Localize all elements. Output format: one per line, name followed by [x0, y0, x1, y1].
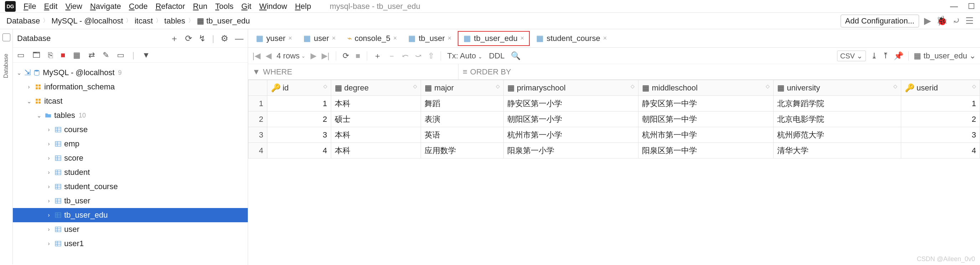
add-row-icon[interactable]: ＋ — [374, 51, 382, 61]
tree-table-student_course[interactable]: ›student_course — [13, 179, 248, 194]
upload-icon[interactable]: ⇧ — [428, 51, 434, 60]
cell-primaryschool[interactable]: 朝阳区第一小学 — [503, 111, 638, 127]
cell-degree[interactable]: 本科 — [331, 96, 421, 111]
cell-middleschool[interactable]: 朝阳区第一中学 — [638, 111, 773, 127]
menu-run[interactable]: Run — [193, 2, 207, 11]
tree-table-tb_user_edu[interactable]: ›tb_user_edu — [13, 208, 248, 222]
tab-console_5[interactable]: ⌁console_5× — [342, 32, 402, 45]
import-icon[interactable]: ⤒ — [882, 51, 889, 60]
next-page-icon[interactable]: ▶ — [310, 51, 317, 60]
breadcrumb-2[interactable]: itcast — [134, 16, 153, 25]
menu-help[interactable]: Help — [295, 2, 311, 11]
cell-primaryschool[interactable]: 杭州市第一小学 — [503, 127, 638, 143]
refresh-icon[interactable]: ⟳ — [185, 33, 192, 43]
tx-mode[interactable]: Tx: Auto ⌄ — [447, 51, 483, 60]
cell-userid[interactable]: 4 — [901, 143, 980, 159]
close-tab-icon[interactable]: × — [603, 35, 607, 42]
submit-icon[interactable]: ⤻ — [415, 51, 422, 60]
search-icon[interactable]: 🔍 — [511, 51, 520, 60]
diff-icon[interactable]: ⇄ — [88, 51, 95, 60]
cell-major[interactable]: 表演 — [421, 111, 504, 127]
cell-university[interactable]: 杭州师范大学 — [773, 127, 901, 143]
commit-icon[interactable]: ■ — [355, 51, 360, 60]
cell-primaryschool[interactable]: 静安区第一小学 — [503, 96, 638, 111]
tab-tb_user_edu[interactable]: ▦tb_user_edu× — [458, 31, 530, 46]
database-stripe-icon[interactable] — [3, 33, 10, 41]
last-page-icon[interactable]: ▶| — [321, 51, 330, 60]
cell-university[interactable]: 北京电影学院 — [773, 111, 901, 127]
run-button[interactable]: ▶ — [924, 15, 931, 26]
stop-button[interactable]: ⤾ — [953, 15, 960, 26]
col-header-major[interactable]: ▦ major◇ — [421, 80, 504, 96]
tree-tables-folder[interactable]: ⌄tables10 — [13, 108, 248, 122]
cell-degree[interactable]: 硕士 — [331, 111, 421, 127]
col-header-primaryschool[interactable]: ▦ primaryschool◇ — [503, 80, 638, 96]
remove-row-icon[interactable]: － — [388, 51, 396, 61]
more-button[interactable]: ☰ — [966, 15, 974, 26]
menu-window[interactable]: Window — [259, 2, 287, 11]
cell-major[interactable]: 英语 — [421, 127, 504, 143]
close-tab-icon[interactable]: × — [393, 35, 397, 42]
breadcrumb-1[interactable]: MySQL - @localhost — [51, 16, 123, 25]
debug-button[interactable]: 🐞 — [936, 15, 948, 26]
table-row[interactable]: 22硕士表演朝阳区第一小学朝阳区第一中学北京电影学院2 — [248, 111, 980, 127]
ddl-icon[interactable]: ▭ — [117, 51, 124, 60]
tree-datasource[interactable]: ⌄⇲ MySQL - @localhost9 — [13, 65, 248, 80]
orderby-filter[interactable]: ≡ ORDER BY — [458, 64, 980, 79]
cell-degree[interactable]: 本科 — [331, 127, 421, 143]
edit-icon[interactable]: ✎ — [103, 51, 109, 60]
cell-userid[interactable]: 3 — [901, 127, 980, 143]
filter-icon[interactable]: ▼ — [142, 51, 150, 60]
cell-id[interactable]: 2 — [267, 111, 331, 127]
cell-userid[interactable]: 1 — [901, 96, 980, 111]
settings-icon[interactable]: ⚙ — [221, 33, 229, 43]
table-row[interactable]: 11本科舞蹈静安区第一小学静安区第一中学北京舞蹈学院1 — [248, 96, 980, 111]
menu-navigate[interactable]: Navigate — [90, 2, 121, 11]
tree-table-emp[interactable]: ›emp — [13, 137, 248, 151]
revert-icon[interactable]: ⤺ — [402, 51, 409, 60]
maximize-button[interactable]: ☐ — [968, 2, 975, 11]
col-header-userid[interactable]: 🔑 userid◇ — [901, 80, 980, 96]
rollback-icon[interactable]: ↯ — [199, 33, 206, 43]
where-filter[interactable]: ▼ WHERE — [248, 64, 458, 79]
cell-university[interactable]: 清华大学 — [773, 143, 901, 159]
reload-icon[interactable]: ⟳ — [343, 51, 349, 60]
cell-id[interactable]: 1 — [267, 96, 331, 111]
cell-userid[interactable]: 2 — [901, 111, 980, 127]
cell-middleschool[interactable]: 阳泉区第一中学 — [638, 143, 773, 159]
menu-refactor[interactable]: Refactor — [156, 2, 185, 11]
breadcrumb-3[interactable]: tables — [164, 16, 185, 25]
stop-icon[interactable]: ■ — [60, 51, 65, 60]
tab-yuser[interactable]: ▦yuser× — [251, 32, 297, 45]
col-header-degree[interactable]: ▦ degree◇ — [331, 80, 421, 96]
tree-table-student[interactable]: ›student — [13, 165, 248, 179]
tree-schema-itcast[interactable]: ⌄itcast — [13, 94, 248, 108]
datasource-props-icon[interactable]: 🗔 — [32, 51, 40, 60]
tree-table-user[interactable]: ›user — [13, 222, 248, 236]
cell-id[interactable]: 4 — [267, 143, 331, 159]
hide-icon[interactable]: — — [235, 33, 243, 43]
first-page-icon[interactable]: |◀ — [252, 51, 261, 60]
cell-primaryschool[interactable]: 阳泉第一小学 — [503, 143, 638, 159]
table-icon[interactable]: ▦ — [73, 51, 81, 60]
tab-user[interactable]: ▦user× — [298, 32, 340, 45]
menu-git[interactable]: Git — [241, 2, 251, 11]
col-header-id[interactable]: 🔑 id◇ — [267, 80, 331, 96]
cell-middleschool[interactable]: 静安区第一中学 — [638, 96, 773, 111]
close-tab-icon[interactable]: × — [288, 35, 292, 42]
menu-file[interactable]: File — [24, 2, 36, 11]
cell-id[interactable]: 3 — [267, 127, 331, 143]
tree-table-tb_user[interactable]: ›tb_user — [13, 194, 248, 208]
ddl-button[interactable]: DDL — [489, 51, 504, 60]
pin-icon[interactable]: 📌 — [894, 51, 904, 60]
cell-degree[interactable]: 本科 — [331, 143, 421, 159]
menu-code[interactable]: Code — [129, 2, 148, 11]
add-configuration-button[interactable]: Add Configuration... — [841, 14, 919, 27]
tab-tb_user[interactable]: ▦tb_user× — [403, 32, 456, 45]
cell-major[interactable]: 应用数学 — [421, 143, 504, 159]
close-tab-icon[interactable]: × — [332, 35, 336, 42]
col-header-middleschool[interactable]: ▦ middleschool◇ — [638, 80, 773, 96]
menu-edit[interactable]: Edit — [44, 2, 57, 11]
cell-middleschool[interactable]: 杭州市第一中学 — [638, 127, 773, 143]
cell-major[interactable]: 舞蹈 — [421, 96, 504, 111]
